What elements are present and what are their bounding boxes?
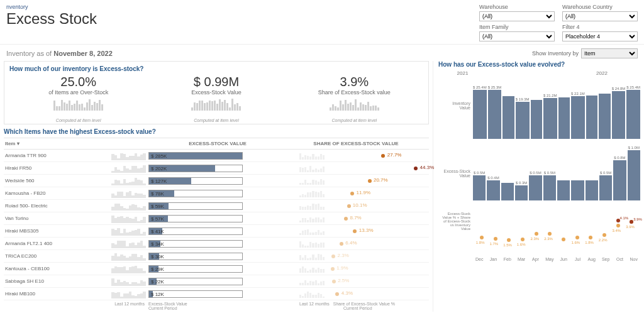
bar[interactable] [586,95,597,139]
table-row[interactable]: Kantouza - CEB100$ 29K1.9% [4,263,429,275]
table-row[interactable]: TRICA EC200$ 30K2.3% [4,250,429,263]
bar[interactable] [557,180,570,200]
bar[interactable]: $ 0.4M [487,176,499,200]
item-name: Hiraki MB100 [5,291,111,297]
share-sparkline [299,253,325,260]
bar[interactable] [502,96,514,139]
month-tick: Sep [599,257,612,261]
month-tick: Mar [515,257,528,261]
bar[interactable]: $ 25.3M [488,85,502,139]
table-row[interactable]: Kamousha - FB20$ 78K11.9% [4,187,429,200]
share-dot: 4.3% [327,290,425,298]
month-tick: Jan [487,257,499,261]
share-sparkline [299,265,325,273]
value-bar: $ 34K [148,240,243,248]
table-row[interactable]: Roiad 500- Electric$ 59K10.1% [4,200,429,212]
item-name: Armanda TTR 900 [5,153,111,158]
chart-excess-value[interactable]: Excess-Stock Value $ 0.5M$ 0.4M$ 0.3M$ 0… [473,144,640,200]
items-section-title: Which Items have the highest Excess-stoc… [4,128,429,135]
item-name: Van Torino [5,216,111,221]
items-table-footer: Last 12 months Excess-Stock ValueCurrent… [4,300,429,312]
bar[interactable]: $ 19.3M [516,97,530,139]
bar[interactable]: $ 1.0M [628,146,640,200]
pct-dot[interactable] [562,238,565,241]
filter-item-family-label: Item Family [479,24,555,30]
th-value[interactable]: EXCESS-STOCK VALUE [148,141,287,146]
bar[interactable] [501,182,514,200]
table-row[interactable]: Wedside 560$ 127K20.7% [4,175,429,187]
pct-dot[interactable] [494,237,497,241]
items-table-header: Item ▾ EXCESS-STOCK VALUE SHARE OF EXCES… [4,138,429,150]
bar[interactable]: $ 21.2M [543,94,557,139]
table-row[interactable]: Van Torino$ 57K8.7% [4,212,429,225]
main: How much of our inventory is Excess-stoc… [0,60,644,315]
year-2021: 2021 [455,70,471,76]
year-2022: 2022 [572,70,632,76]
pct-dot[interactable] [602,233,606,237]
bar[interactable]: $ 0.8M [613,156,626,200]
header-left: nventory Excess Stock [6,4,97,41]
filter-warehouse-select[interactable]: (All) [479,11,555,21]
bar[interactable]: $ 0.5M [543,171,556,200]
bar[interactable]: $ 0.5M [529,171,541,200]
show-inventory-by: Show Inventory by Item [532,48,638,58]
pct-dot[interactable] [507,238,511,242]
table-row[interactable]: Armanda TTR 900$ 285K27.7% [4,150,429,162]
bar[interactable]: $ 22.1M [571,92,585,139]
month-tick: Dec [473,257,486,261]
kpi-share-spark [286,97,423,111]
pct-dot[interactable] [535,232,538,236]
filter-item-family-select[interactable]: (All) [479,31,555,41]
asof-label: Inventory as of November 8, 2022 [6,50,113,57]
bar[interactable]: $ 24.8M [612,87,626,139]
bar[interactable]: $ 0.3M [515,181,528,200]
pct-dot[interactable] [575,236,579,239]
table-row[interactable]: Hiraki MBS305$ 41K13.3% [4,225,429,238]
page-title: Excess Stock [6,10,97,28]
bar[interactable]: $ 25.4M [473,85,487,139]
kpi-section: How much of our inventory is Excess-stoc… [4,61,429,124]
share-dot: 1.9% [327,265,425,273]
value-bar: $ 12K [148,290,243,298]
value-bar: $ 285K [148,152,243,160]
th-item[interactable]: Item ▾ [4,141,148,146]
bar[interactable] [586,180,598,200]
chart-inventory-value[interactable]: Inventory Value $ 25.4M$ 25.3M$ 19.3M$ 2… [473,76,640,139]
month-tick: Oct [613,257,626,261]
pct-dot[interactable] [548,232,552,236]
kpi-val-spark [147,97,285,111]
bar[interactable] [558,97,570,139]
item-name: Roiad 500- Electric [5,203,111,209]
item-sparkline [111,177,146,185]
kpi-pct-value: 25.0% [9,75,147,89]
value-bar: $ 41K [148,227,243,235]
kpi-val-value: $ 0.99M [147,75,285,89]
pct-dot[interactable] [589,236,592,239]
bar[interactable] [531,99,542,139]
table-row[interactable]: Hiraki MB100$ 12K4.3% [4,288,429,300]
bar[interactable]: $ 0.5M [599,171,612,200]
bar[interactable] [599,93,610,139]
bar[interactable] [571,180,584,200]
breadcrumb[interactable]: nventory [6,4,97,10]
item-sparkline [111,227,146,236]
item-name: Hiraki FR50 [5,165,111,171]
pct-dot[interactable] [480,236,484,239]
bar[interactable]: $ 0.5M [473,171,486,200]
item-name: Hiraki MBS305 [5,228,111,234]
right-panel: How has our Excess-stock value evolved? … [433,61,640,312]
show-by-select[interactable]: Item [581,48,638,58]
chart-pct[interactable]: Excess-Stock Value % + Share of Excess-S… [473,205,640,261]
table-row[interactable]: Hiraki FR50$ 202K44.3% [4,162,429,175]
pct-dot[interactable] [616,224,620,227]
filter-4-select[interactable]: Placeholder 4 [562,31,638,41]
th-share[interactable]: SHARE OF EXCESS-STOCK VALUE [287,141,425,146]
filter-4: Filter 4 Placeholder 4 [562,24,638,41]
table-row[interactable]: Sabbaga SH E10$ 22K2.5% [4,275,429,288]
share-sparkline [299,227,325,235]
table-row[interactable]: Armanda FLT2.1 400$ 34K6.4% [4,238,429,250]
bar[interactable]: $ 25.4M [626,85,640,139]
filter-item-family: Item Family (All) [479,24,555,41]
filter-warehouse-country-select[interactable]: (All) [562,11,638,21]
pct-dot[interactable] [521,238,525,241]
